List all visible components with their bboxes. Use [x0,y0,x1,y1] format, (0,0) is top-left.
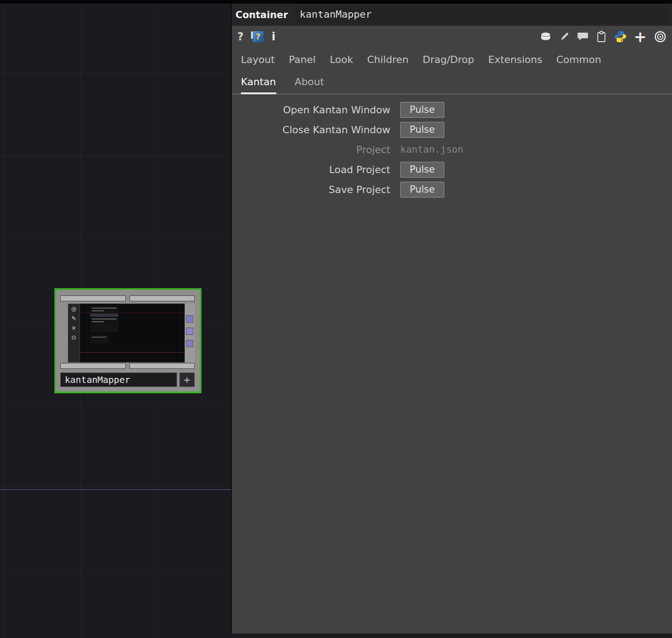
parameter-subpage-tabs: Kantan About [232,71,672,94]
pulse-button-save-project[interactable]: Pulse [400,182,444,198]
network-editor[interactable]: ◎ ✎ × ⊙ [0,4,231,638]
node-name-label[interactable]: kantanMapper [60,372,177,387]
node-bottom-handle-right [130,363,195,369]
comment-icon[interactable] [577,31,589,42]
node-flag-button[interactable]: + [179,372,195,387]
window-top-strip [0,0,672,4]
target-icon[interactable] [654,30,667,43]
node-viewer-sidebar [185,304,195,362]
pen-icon[interactable]: ✎ [72,315,77,322]
help-icon[interactable]: ? [237,30,244,43]
pencil-icon[interactable] [559,31,570,42]
pulse-button-load-project[interactable]: Pulse [400,162,444,178]
node-bottom-handle-left [60,363,126,369]
tab-look[interactable]: Look [330,54,353,65]
param-row-project: Project kantan.json [232,140,672,160]
param-row-load-project: Load Project Pulse [232,160,672,179]
node-top-handle-left [60,295,126,301]
add-icon[interactable]: + [634,30,647,44]
parameter-titlebar: Container kantanMapper [232,4,672,26]
layer-swatch[interactable] [186,328,193,335]
param-row-close-kantan-window: Close Kantan Window Pulse [232,120,672,140]
pulse-button-close-kantan-window[interactable]: Pulse [400,122,444,138]
parameter-dialog: Container kantanMapper ? ? i [231,4,672,633]
tab-drag-drop[interactable]: Drag/Drop [422,54,474,65]
operator-type-label: Container [235,10,288,20]
param-label: Save Project [232,184,396,195]
lasso-icon[interactable]: ⊙ [72,334,77,341]
node-top-handle-right [130,295,195,301]
record-icon[interactable]: ◎ [71,306,76,312]
data-icon[interactable] [540,31,552,42]
param-label: Load Project [232,164,396,175]
tab-extensions[interactable]: Extensions [488,54,542,65]
parameter-list: Open Kantan Window Pulse Close Kantan Wi… [232,94,672,199]
info-icon[interactable]: i [272,30,275,43]
pulse-button-open-kantan-window[interactable]: Pulse [400,102,444,118]
param-label: Open Kantan Window [232,104,396,116]
operator-name-field[interactable]: kantanMapper [295,7,668,23]
param-label: Close Kantan Window [232,124,396,135]
tab-kantan[interactable]: Kantan [241,71,276,94]
param-row-save-project: Save Project Pulse [232,179,672,199]
touchdesigner-window: ◎ ✎ × ⊙ [0,0,672,638]
layer-swatch[interactable] [186,340,193,347]
python-help-box: ? [253,31,264,42]
parameter-page-tabs: Layout Panel Look Children Drag/Drop Ext… [232,48,672,71]
tab-layout[interactable]: Layout [241,54,275,65]
node-viewer-preview[interactable] [80,304,185,362]
tab-children[interactable]: Children [367,54,409,65]
tab-about[interactable]: About [295,71,324,94]
python-help-icon[interactable]: ? [251,30,264,43]
project-file-value[interactable]: kantan.json [400,144,463,155]
viewer-mini-panel-2 [90,335,108,343]
layer-swatch[interactable] [186,315,193,323]
param-row-open-kantan-window: Open Kantan Window Pulse [232,100,672,120]
delete-icon[interactable]: × [72,325,77,331]
node-viewer-toolbar: ◎ ✎ × ⊙ [68,304,80,362]
viewer-guide-line [80,352,184,353]
param-label: Project [232,144,396,155]
tab-common[interactable]: Common [556,54,601,65]
viewer-mini-panel [90,306,118,332]
network-grid-axis [0,489,231,490]
clipboard-icon[interactable] [596,31,607,43]
python-icon[interactable] [614,30,627,43]
node-kantanmapper[interactable]: ◎ ✎ × ⊙ [54,288,202,393]
tab-panel[interactable]: Panel [289,54,316,65]
parameter-icon-row: ? ? i [232,26,672,48]
